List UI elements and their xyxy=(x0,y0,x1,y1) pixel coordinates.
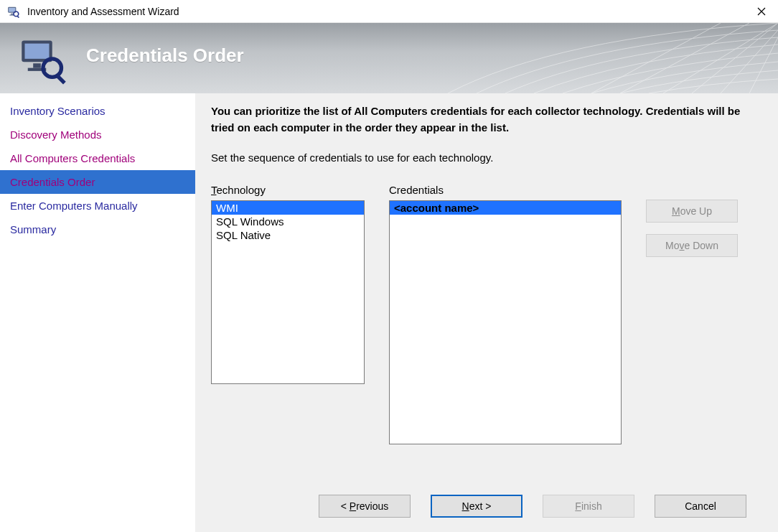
close-icon xyxy=(757,5,766,18)
window-title: Inventory and Assessment Wizard xyxy=(27,6,179,17)
move-down-button[interactable]: Move Down xyxy=(646,234,738,257)
sub-text: Set the sequence of credentials to use f… xyxy=(211,151,762,164)
svg-rect-7 xyxy=(25,44,50,59)
wizard-sidebar: Inventory Scenarios Discovery Methods Al… xyxy=(0,93,195,532)
technology-column: Technology WMI SQL Windows SQL Native xyxy=(211,184,365,384)
previous-button[interactable]: < Previous xyxy=(319,495,411,518)
move-buttons: Move Up Move Down xyxy=(646,184,738,257)
svg-rect-8 xyxy=(33,63,41,67)
lists-area: Technology WMI SQL Windows SQL Native Cr… xyxy=(211,184,762,444)
nav-summary[interactable]: Summary xyxy=(0,218,195,241)
app-icon xyxy=(7,5,20,18)
header-title: Credentials Order xyxy=(86,45,244,67)
cancel-button[interactable]: Cancel xyxy=(655,495,746,518)
svg-rect-1 xyxy=(9,7,15,11)
technology-label: Technology xyxy=(211,184,365,196)
title-bar: Inventory and Assessment Wizard xyxy=(0,0,778,23)
credentials-column: Credentials <account name> xyxy=(389,184,622,444)
technology-item[interactable]: WMI xyxy=(212,201,364,215)
next-button[interactable]: Next > xyxy=(431,495,522,518)
credentials-listbox[interactable]: <account name> xyxy=(389,200,622,444)
wizard-content: You can prioritize the list of All Compu… xyxy=(195,93,778,532)
technology-listbox[interactable]: WMI SQL Windows SQL Native xyxy=(211,200,365,384)
header-icon xyxy=(19,36,67,85)
svg-rect-2 xyxy=(11,13,13,14)
nav-credentials-order[interactable]: Credentials Order xyxy=(0,170,195,194)
svg-rect-11 xyxy=(55,74,65,84)
nav-enter-computers-manually[interactable]: Enter Computers Manually xyxy=(0,194,195,218)
nav-discovery-methods[interactable]: Discovery Methods xyxy=(0,123,195,146)
nav-all-computers-credentials[interactable]: All Computers Credentials xyxy=(0,146,195,170)
technology-item[interactable]: SQL Windows xyxy=(212,215,364,228)
wizard-footer: < Previous Next > Finish Cancel xyxy=(211,485,762,532)
wizard-window: Inventory and Assessment Wizard Credenti… xyxy=(0,0,778,532)
move-up-button[interactable]: Move Up xyxy=(646,200,738,223)
wizard-body: Inventory Scenarios Discovery Methods Al… xyxy=(0,93,778,532)
finish-button[interactable]: Finish xyxy=(543,495,634,518)
header-mesh-decoration xyxy=(448,23,778,93)
technology-item[interactable]: SQL Native xyxy=(212,228,364,242)
header-banner: Credentials Order xyxy=(0,23,778,93)
nav-inventory-scenarios[interactable]: Inventory Scenarios xyxy=(0,99,195,123)
intro-text: You can prioritize the list of All Compu… xyxy=(211,103,742,136)
credentials-label: Credentials xyxy=(389,184,622,196)
close-button[interactable] xyxy=(745,0,778,23)
credentials-item[interactable]: <account name> xyxy=(390,201,621,215)
